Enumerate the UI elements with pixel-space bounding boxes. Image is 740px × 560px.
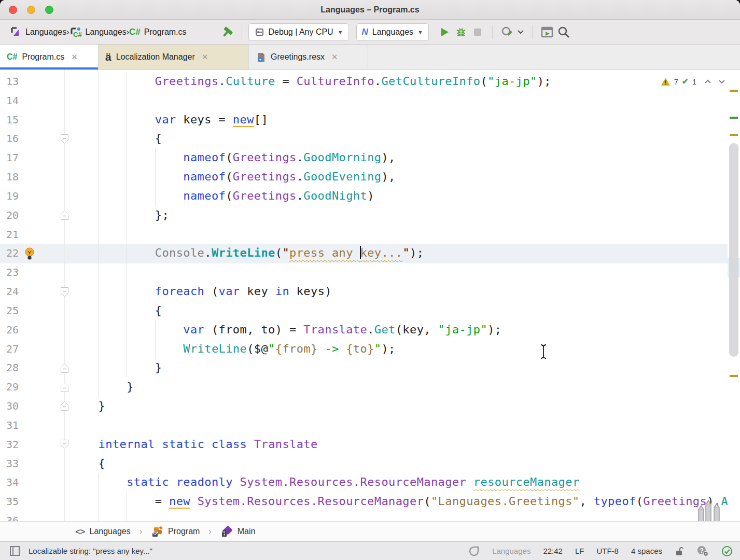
inspection-widget[interactable]: 7 ✔ 1 bbox=[659, 76, 728, 87]
tab-localization-manager[interactable]: ä Localization Manager ✕ bbox=[99, 45, 249, 69]
code-text[interactable]: foreach (var key in keys) bbox=[70, 282, 728, 301]
toolwindow-toggle-icon[interactable] bbox=[9, 545, 20, 556]
caret-position[interactable]: 22:42 bbox=[543, 547, 563, 555]
close-tab-icon[interactable]: ✕ bbox=[331, 52, 338, 62]
line-number[interactable]: 18 bbox=[0, 167, 19, 187]
breadcrumb-namespace[interactable]: Languages bbox=[89, 527, 130, 536]
run-configuration-select[interactable]: Debug | Any CPU ▼ bbox=[248, 23, 349, 41]
code-line[interactable]: 32 internal static class Translate bbox=[0, 435, 728, 454]
quick-fix-bulb[interactable] bbox=[19, 244, 40, 263]
code-line[interactable]: 31 bbox=[0, 416, 728, 435]
status-target[interactable]: Languages bbox=[492, 547, 530, 555]
line-number[interactable]: 33 bbox=[0, 454, 19, 473]
line-number[interactable]: 15 bbox=[0, 110, 19, 130]
code-text[interactable]: nameof(Greetings.GoodEvening), bbox=[70, 167, 728, 187]
code-text[interactable] bbox=[70, 225, 728, 244]
debug-button[interactable] bbox=[453, 24, 469, 40]
run-anything-button[interactable] bbox=[539, 24, 555, 40]
code-text[interactable]: Greetings.Culture = CultureInfo.GetCultu… bbox=[70, 72, 728, 91]
code-text[interactable]: static readonly System.Resources.Resourc… bbox=[70, 473, 728, 492]
line-ending[interactable]: LF bbox=[575, 547, 584, 555]
line-number[interactable]: 29 bbox=[0, 377, 19, 397]
fold-marker[interactable] bbox=[40, 358, 70, 377]
code-text[interactable]: { bbox=[70, 129, 728, 148]
lock-icon[interactable] bbox=[675, 546, 684, 556]
line-number[interactable]: 30 bbox=[0, 397, 19, 416]
code-line[interactable]: 25 { bbox=[0, 301, 728, 320]
code-text[interactable] bbox=[70, 263, 728, 282]
close-tab-icon[interactable]: ✕ bbox=[202, 52, 208, 62]
tab-program-cs[interactable]: C# Program.cs ✕ bbox=[0, 45, 99, 69]
line-number[interactable]: 34 bbox=[0, 473, 19, 492]
code-text[interactable]: Console.WriteLine("press any key..."); bbox=[70, 244, 728, 263]
line-number[interactable]: 32 bbox=[0, 435, 19, 454]
breadcrumb-method[interactable]: Main bbox=[238, 527, 256, 536]
code-line[interactable]: 30 } bbox=[0, 397, 728, 416]
fold-marker[interactable] bbox=[40, 377, 70, 397]
zoom-window-button[interactable] bbox=[45, 6, 53, 14]
scrollbar-thumb[interactable] bbox=[729, 143, 738, 357]
code-text[interactable]: { bbox=[70, 454, 728, 473]
code-line[interactable]: 34 static readonly System.Resources.Reso… bbox=[0, 473, 728, 492]
line-number[interactable]: 27 bbox=[0, 340, 19, 359]
code-line[interactable]: 24 foreach (var key in keys) bbox=[0, 282, 728, 301]
line-number[interactable]: 28 bbox=[0, 358, 19, 377]
line-number[interactable]: 25 bbox=[0, 301, 19, 320]
line-number[interactable]: 21 bbox=[0, 225, 19, 244]
code-line[interactable]: 36 bbox=[0, 511, 728, 521]
project-breadcrumb[interactable]: C# Languages bbox=[69, 26, 127, 38]
analysis-status-icon[interactable] bbox=[721, 545, 733, 557]
code-text[interactable]: WriteLine($@"{from} -> {to}"); bbox=[70, 340, 728, 359]
code-text[interactable]: nameof(Greetings.GoodMorning), bbox=[70, 148, 728, 167]
line-number[interactable]: 24 bbox=[0, 282, 19, 301]
file-breadcrumb[interactable]: C# Program.cs bbox=[129, 27, 187, 37]
code-line[interactable]: 20 }; bbox=[0, 206, 728, 225]
profiler-options-button[interactable] bbox=[515, 24, 526, 40]
code-line[interactable]: 23 bbox=[0, 263, 728, 282]
next-problem-icon[interactable] bbox=[718, 79, 725, 84]
code-line[interactable]: 26 var (from, to) = Translate.Get(key, "… bbox=[0, 320, 728, 340]
status-indicator-icon[interactable] bbox=[468, 545, 480, 557]
tab-greetings-resx[interactable]: Greetings.resx ✕ bbox=[249, 45, 368, 69]
line-number[interactable]: 22 bbox=[0, 244, 19, 263]
breadcrumb-class[interactable]: Program bbox=[168, 527, 200, 536]
line-number[interactable]: 14 bbox=[0, 91, 19, 110]
code-line[interactable]: 13 Greetings.Culture = CultureInfo.GetCu… bbox=[0, 72, 728, 91]
run-target-select[interactable]: N Languages ▼ bbox=[356, 23, 429, 41]
line-number[interactable]: 13 bbox=[0, 72, 19, 91]
search-everywhere-button[interactable] bbox=[555, 24, 572, 40]
line-number[interactable]: 31 bbox=[0, 416, 19, 435]
line-number[interactable]: 17 bbox=[0, 148, 19, 167]
code-line[interactable]: 14 bbox=[0, 91, 728, 110]
indent-setting[interactable]: 4 spaces bbox=[631, 547, 662, 555]
code-line[interactable]: 35 = new System.Resources.ResourceManage… bbox=[0, 492, 728, 511]
code-line[interactable]: 19 nameof(Greetings.GoodNight) bbox=[0, 187, 728, 206]
fold-marker[interactable] bbox=[40, 206, 70, 225]
code-text[interactable] bbox=[70, 91, 728, 110]
code-text[interactable]: } bbox=[70, 377, 728, 397]
profiler-button[interactable] bbox=[499, 24, 515, 40]
code-text[interactable]: nameof(Greetings.GoodNight) bbox=[70, 187, 728, 206]
code-text[interactable] bbox=[70, 416, 728, 435]
fold-marker[interactable] bbox=[40, 435, 70, 454]
code-line[interactable]: 16 { bbox=[0, 129, 728, 148]
code-line[interactable]: 28 } bbox=[0, 358, 728, 377]
line-number[interactable]: 23 bbox=[0, 263, 19, 282]
code-line[interactable]: 33 { bbox=[0, 454, 728, 473]
code-line[interactable]: 18 nameof(Greetings.GoodEvening), bbox=[0, 167, 728, 187]
code-text[interactable]: } bbox=[70, 358, 728, 377]
code-line[interactable]: 22 Console.WriteLine("press any key...")… bbox=[0, 244, 728, 263]
code-text[interactable]: var keys = new[] bbox=[70, 110, 728, 130]
code-line[interactable]: 29 } bbox=[0, 377, 728, 397]
solution-breadcrumb[interactable]: Languages bbox=[10, 26, 66, 38]
close-tab-icon[interactable]: ✕ bbox=[71, 52, 78, 62]
run-button[interactable] bbox=[436, 24, 453, 40]
line-number[interactable]: 36 bbox=[0, 511, 19, 521]
code-line[interactable]: 27 WriteLine($@"{from} -> {to}"); bbox=[0, 340, 728, 359]
stop-button[interactable] bbox=[469, 24, 486, 40]
build-button[interactable] bbox=[219, 24, 235, 40]
close-window-button[interactable] bbox=[9, 6, 17, 14]
code-line[interactable]: 21 bbox=[0, 225, 728, 244]
encoding[interactable]: UTF-8 bbox=[596, 547, 619, 555]
line-number[interactable]: 20 bbox=[0, 206, 19, 225]
